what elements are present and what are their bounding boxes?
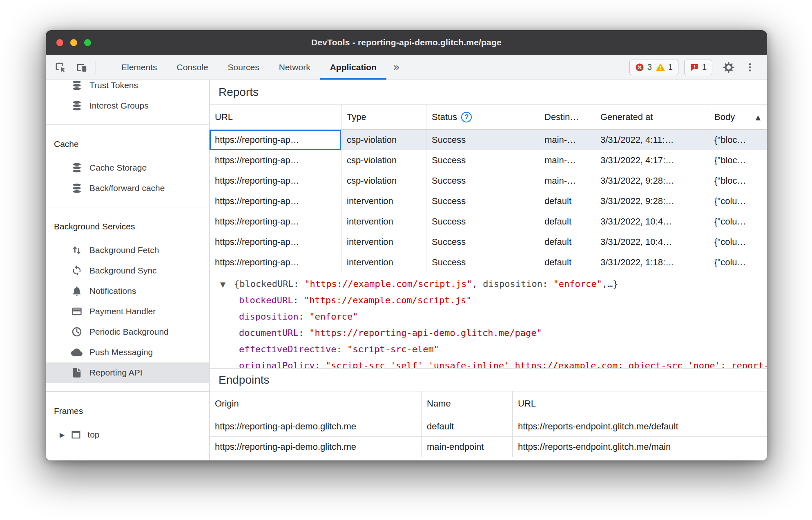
report-url-cell[interactable]: https://reporting-ap… [210, 171, 341, 191]
more-tabs-button[interactable]: » [386, 55, 406, 80]
report-url-cell[interactable]: https://reporting-ap… [210, 211, 341, 232]
report-generated-cell[interactable]: 3/31/2022, 10:4… [595, 211, 709, 232]
report-destination-cell[interactable]: main-… [539, 130, 595, 150]
report-destination-cell[interactable]: default [539, 191, 595, 211]
report-body-cell[interactable]: {"colu… [709, 232, 767, 252]
report-row[interactable]: https://reporting-ap… csp-violation Succ… [210, 130, 767, 150]
report-row[interactable]: https://reporting-ap… csp-violation Succ… [210, 150, 767, 171]
report-generated-cell[interactable]: 3/31/2022, 4:11:… [595, 130, 709, 150]
report-body-cell[interactable]: {"colu… [709, 191, 767, 211]
minimize-button[interactable] [70, 39, 77, 46]
column-header-status[interactable]: Status ? [426, 105, 539, 129]
sidebar-item-cache-storage[interactable]: Cache Storage [46, 158, 209, 178]
endpoint-name-cell[interactable]: main-endpoint [422, 437, 513, 457]
issues-badge[interactable]: 1 [684, 60, 712, 75]
report-row[interactable]: https://reporting-ap… intervention Succe… [210, 232, 767, 252]
sidebar-item-periodic-background-sync[interactable]: Periodic Background [46, 322, 209, 342]
report-row[interactable]: https://reporting-ap… intervention Succe… [210, 191, 767, 211]
sidebar-item-notifications[interactable]: Notifications [46, 281, 209, 301]
column-header-url[interactable]: URL [513, 391, 767, 416]
column-header-type[interactable]: Type [341, 105, 426, 129]
sidebar-item-frame-top[interactable]: ▶ top [46, 424, 209, 445]
close-button[interactable] [56, 39, 63, 46]
json-property-line-clipped[interactable]: originalPolicy: "script-src 'self' 'unsa… [210, 358, 767, 368]
endpoint-url-cell[interactable]: https://reports-endpoint.glitch.me/main [513, 437, 767, 457]
column-header-url[interactable]: URL [210, 105, 341, 129]
sidebar-item-background-sync[interactable]: Background Sync [46, 260, 209, 281]
report-destination-cell[interactable]: default [539, 232, 595, 252]
report-type-cell[interactable]: intervention [341, 211, 426, 232]
report-destination-cell[interactable]: default [539, 252, 595, 273]
report-status-cell[interactable]: Success [426, 252, 539, 273]
report-body-cell[interactable]: {"bloc… [709, 130, 767, 150]
endpoint-url-cell[interactable]: https://reports-endpoint.glitch.me/defau… [513, 416, 767, 436]
endpoint-origin-cell[interactable]: https://reporting-api-demo.glitch.me [210, 437, 422, 457]
column-header-destination[interactable]: Destin… [539, 105, 595, 129]
report-body-cell[interactable]: {"bloc… [709, 150, 767, 171]
report-destination-cell[interactable]: main-… [539, 150, 595, 171]
report-body-cell[interactable]: {"colu… [709, 252, 767, 273]
device-toolbar-button[interactable] [71, 55, 92, 80]
report-status-cell[interactable]: Success [426, 232, 539, 252]
json-preview-line[interactable]: ▼{blockedURL: "https://example.com/scrip… [210, 276, 767, 292]
json-property-line[interactable]: disposition: "enforce" [210, 309, 767, 325]
collapse-arrow-icon[interactable]: ▼ [220, 276, 234, 292]
column-header-body[interactable]: Body ▲ [709, 105, 767, 129]
json-property-line[interactable]: documentURL: "https://reporting-api-demo… [210, 325, 767, 341]
sidebar-item-trust-tokens[interactable]: Trust Tokens [46, 80, 209, 96]
tab-application[interactable]: Application [320, 55, 386, 80]
sidebar-item-back-forward-cache[interactable]: Back/forward cache [46, 178, 209, 198]
zoom-button[interactable] [84, 39, 91, 46]
report-body-cell[interactable]: {"bloc… [709, 171, 767, 191]
tab-elements[interactable]: Elements [112, 55, 167, 80]
endpoint-origin-cell[interactable]: https://reporting-api-demo.glitch.me [210, 416, 422, 436]
column-header-generated-at[interactable]: Generated at [595, 105, 709, 129]
report-type-cell[interactable]: intervention [341, 252, 426, 273]
report-url-cell[interactable]: https://reporting-ap… [210, 232, 341, 252]
settings-button[interactable] [718, 55, 739, 80]
report-status-cell[interactable]: Success [426, 191, 539, 211]
tab-sources[interactable]: Sources [218, 55, 269, 80]
report-status-cell[interactable]: Success [426, 211, 539, 232]
report-url-cell[interactable]: https://reporting-ap… [210, 130, 341, 150]
expand-arrow-icon[interactable]: ▶ [60, 431, 65, 439]
json-property-line[interactable]: blockedURL: "https://example.com/script.… [210, 292, 767, 309]
report-row[interactable]: https://reporting-ap… intervention Succe… [210, 252, 767, 273]
sidebar-item-interest-groups[interactable]: Interest Groups [46, 96, 209, 116]
column-header-name[interactable]: Name [422, 391, 513, 416]
json-property-line[interactable]: effectiveDirective: "script-src-elem" [210, 341, 767, 358]
inspect-element-button[interactable] [50, 55, 71, 80]
column-header-origin[interactable]: Origin [210, 391, 422, 416]
report-type-cell[interactable]: intervention [341, 232, 426, 252]
report-destination-cell[interactable]: main-… [539, 171, 595, 191]
sort-ascending-icon[interactable]: ▲ [756, 113, 763, 121]
report-url-cell[interactable]: https://reporting-ap… [210, 252, 341, 273]
report-generated-cell[interactable]: 3/31/2022, 10:4… [595, 232, 709, 252]
report-generated-cell[interactable]: 3/31/2022, 9:28:… [595, 171, 709, 191]
report-status-cell[interactable]: Success [426, 171, 539, 191]
endpoint-row[interactable]: https://reporting-api-demo.glitch.me def… [210, 416, 767, 437]
status-help-icon[interactable]: ? [461, 112, 472, 122]
report-generated-cell[interactable]: 3/31/2022, 4:17:… [595, 150, 709, 171]
report-url-cell[interactable]: https://reporting-ap… [210, 150, 341, 171]
report-status-cell[interactable]: Success [426, 150, 539, 171]
report-type-cell[interactable]: intervention [341, 191, 426, 211]
console-summary-badge[interactable]: 3 1 [629, 60, 678, 75]
report-row[interactable]: https://reporting-ap… csp-violation Succ… [210, 171, 767, 191]
sidebar-item-reporting-api[interactable]: Reporting API [46, 362, 209, 383]
endpoint-row[interactable]: https://reporting-api-demo.glitch.me mai… [210, 437, 767, 457]
sidebar-item-push-messaging[interactable]: Push Messaging [46, 342, 209, 362]
report-type-cell[interactable]: csp-violation [341, 150, 426, 171]
report-destination-cell[interactable]: default [539, 211, 595, 232]
report-status-cell[interactable]: Success [426, 130, 539, 150]
sidebar-item-background-fetch[interactable]: Background Fetch [46, 240, 209, 260]
tab-console[interactable]: Console [167, 55, 218, 80]
report-body-cell[interactable]: {"colu… [709, 211, 767, 232]
report-generated-cell[interactable]: 3/31/2022, 1:18:… [595, 252, 709, 273]
report-type-cell[interactable]: csp-violation [341, 130, 426, 150]
more-options-button[interactable] [739, 55, 761, 80]
tab-network[interactable]: Network [269, 55, 320, 80]
endpoint-name-cell[interactable]: default [422, 416, 513, 436]
sidebar-item-payment-handler[interactable]: Payment Handler [46, 301, 209, 322]
report-url-cell[interactable]: https://reporting-ap… [210, 191, 341, 211]
